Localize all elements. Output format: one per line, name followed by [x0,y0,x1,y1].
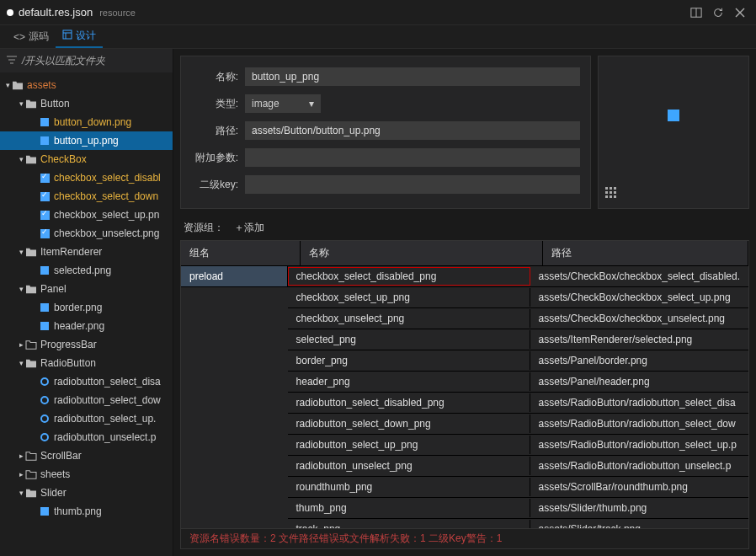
tree-item-label: thumb.png [54,505,102,517]
tree-item-label: ProgressBar [40,339,97,350]
add-group-button[interactable]: ＋添加 [234,221,264,235]
error-text: 资源名错误数量：2 文件路径错误或文件解析失败：1 二级Key警告：1 [189,532,502,546]
prop-name-field[interactable] [245,67,580,86]
image-file-icon [39,116,51,128]
cell-path: assets/ItemRenderer/selected.png [530,330,748,349]
table-row[interactable]: checkbox_select_up_pngassets/CheckBox/ch… [288,287,748,308]
tab-source-label: 源码 [29,29,49,44]
svg-rect-13 [605,191,608,194]
table-row[interactable]: header_pngassets/Panel/header.png [288,372,748,393]
filter-placeholder: /开头以匹配文件夹 [22,54,105,68]
tree-folder[interactable]: ▸sheets [0,465,173,484]
tree-file[interactable]: button_up.png [0,131,173,150]
tree-item-label: radiobutton_unselect.p [54,431,156,443]
tree-file[interactable]: selected.png [0,261,173,280]
table-row[interactable]: radiobutton_select_down_pngassets/RadioB… [288,414,748,435]
tree-item-label: radiobutton_select_disa [54,376,161,388]
tree-file[interactable]: checkbox_unselect.png [0,224,173,243]
cell-name: radiobutton_select_down_png [288,414,530,433]
folder-open-icon [25,283,37,295]
tree-folder[interactable]: ▸ProgressBar [0,335,173,354]
file-modified-dot [7,9,13,16]
tree-file[interactable]: checkbox_select_up.pn [0,206,173,224]
filter-bar[interactable]: /开头以匹配文件夹 [0,49,173,72]
tab-source[interactable]: <> 源码 [7,26,56,47]
table-row[interactable]: checkbox_unselect_pngassets/CheckBox/che… [288,308,748,329]
filter-icon [7,55,17,67]
checkbox-file-icon [39,209,51,221]
radio-file-icon [39,431,51,443]
table-row[interactable]: track_pngassets/Slider/track.png [288,519,748,528]
prop-extra-field[interactable] [245,148,580,167]
cell-name: roundthumb_png [288,478,530,496]
th-name[interactable]: 名称 [301,241,543,265]
refresh-icon[interactable] [709,3,727,22]
resource-group-header: 资源组： ＋添加 [180,216,749,240]
cell-path: assets/RadioButton/radiobutton_select_do… [530,414,748,433]
prop-path-label: 路径: [191,124,238,138]
grid-icon[interactable] [605,187,617,201]
tree-item-label: CheckBox [40,153,87,165]
tab-design[interactable]: 设计 [56,25,103,48]
folder-open-icon [25,98,37,110]
tree-folder[interactable]: ▾Panel [0,280,173,298]
tree-file[interactable]: checkbox_select_down [0,187,173,206]
cell-path: assets/RadioButton/radiobutton_select_up… [530,436,748,454]
table-row[interactable]: border_pngassets/Panel/border.png [288,350,748,372]
tree-item-label: button_up.png [54,135,119,147]
tree-folder[interactable]: ▾Button [0,94,173,113]
tree-folder[interactable]: ▾ItemRenderer [0,243,173,261]
tree-file[interactable]: radiobutton_select_disa [0,372,173,391]
tree-folder[interactable]: ▾Slider [0,484,173,502]
prop-type-dropdown[interactable]: image ▾ [245,94,321,113]
tree-folder[interactable]: ▾CheckBox [0,150,173,168]
table-row[interactable]: radiobutton_select_up_pngassets/RadioBut… [288,435,748,456]
svg-rect-16 [605,195,608,198]
resource-table: 组名 名称 路径 preload checkbox_select_disable… [180,240,749,549]
table-row[interactable]: thumb_pngassets/Slider/thumb.png [288,498,748,519]
th-group[interactable]: 组名 [181,241,301,265]
split-editor-icon[interactable] [687,3,705,22]
tree-file[interactable]: border.png [0,298,173,317]
checkbox-file-icon [39,190,51,202]
cell-path: assets/CheckBox/checkbox_select_up.png [530,288,748,307]
tree-item-label: selected.png [54,265,111,276]
svg-rect-12 [614,187,616,190]
table-row[interactable]: checkbox_select_disabled_pngassets/Check… [288,266,748,287]
prop-subkey-field[interactable] [245,175,580,194]
group-cell[interactable]: preload [181,266,288,287]
preview-panel [598,56,749,209]
tree-item-label: checkbox_select_up.pn [54,209,159,221]
cell-path: assets/Panel/border.png [530,351,748,370]
tree-root[interactable]: ▾assets [0,76,173,94]
image-file-icon [39,302,51,313]
table-row[interactable]: radiobutton_unselect_pngassets/RadioButt… [288,456,748,477]
tree-file[interactable]: thumb.png [0,502,173,521]
file-tree[interactable]: ▾assets▾Buttonbutton_down.pngbutton_up.p… [0,72,173,556]
tree-file[interactable]: button_down.png [0,113,173,131]
tree-item-label: sheets [40,468,70,480]
cell-name: radiobutton_select_up_png [288,436,530,454]
table-row[interactable]: selected_pngassets/ItemRenderer/selected… [288,329,748,350]
cell-name: radiobutton_select_disabled_png [288,393,530,412]
tree-folder[interactable]: ▾RadioButton [0,354,173,372]
folder-icon [25,468,37,480]
cell-path: assets/ScrollBar/roundthumb.png [530,478,748,496]
cell-path: assets/Panel/header.png [530,372,748,391]
tab-design-label: 设计 [76,29,96,43]
tree-file[interactable]: checkbox_select_disabl [0,168,173,187]
table-row[interactable]: roundthumb_pngassets/ScrollBar/roundthum… [288,477,748,498]
svg-rect-15 [614,191,616,194]
th-path[interactable]: 路径 [543,241,748,265]
tree-folder[interactable]: ▸ScrollBar [0,446,173,465]
tree-item-label: ItemRenderer [40,246,102,258]
tree-file[interactable]: radiobutton_unselect.p [0,428,173,446]
svg-rect-17 [610,195,612,198]
checkbox-file-icon [39,172,51,184]
prop-path-field[interactable] [245,121,580,140]
tree-file[interactable]: radiobutton_select_dow [0,391,173,409]
tree-file[interactable]: header.png [0,317,173,335]
close-icon[interactable] [731,3,749,22]
table-row[interactable]: radiobutton_select_disabled_pngassets/Ra… [288,393,748,414]
tree-file[interactable]: radiobutton_select_up. [0,409,173,428]
